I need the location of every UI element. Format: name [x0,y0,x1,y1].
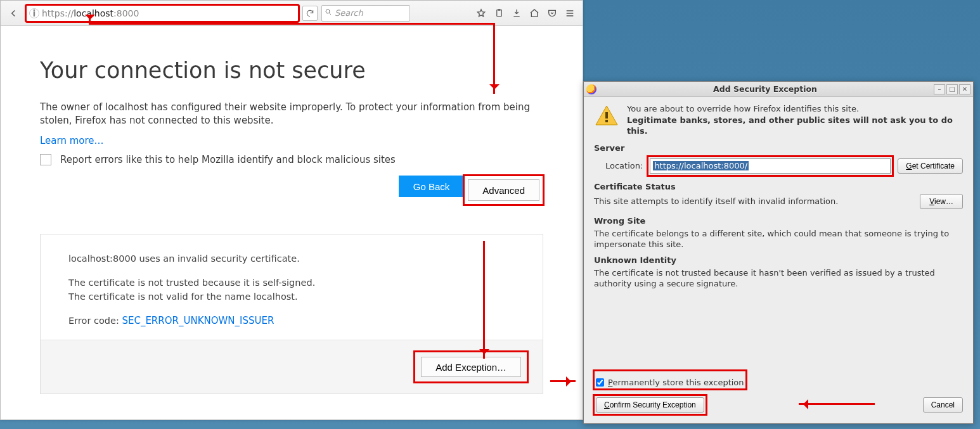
add-exception-button[interactable]: Add Exception… [421,357,521,377]
firefox-icon [586,84,596,94]
dialog-title: Add Security Exception [600,84,930,94]
go-back-button[interactable]: Go Back [399,176,465,197]
location-label: Location: [605,161,643,170]
server-heading: Server [594,143,963,153]
error-code-line: Error code: SEC_ERROR_UNKNOWN_ISSUER [68,314,515,328]
unknown-identity-text: The certificate is not trusted because i… [594,267,963,290]
details-line: The certificate is not trusted because i… [68,276,515,290]
learn-more-link[interactable]: Learn more… [40,135,104,146]
location-value: https://localhost:8000/ [653,161,749,170]
home-icon[interactable] [525,4,543,22]
confirm-exception-button[interactable]: Confirm Security Exception [596,397,704,413]
url-text: https://localhost:8000 [42,8,295,18]
minimize-icon[interactable]: – [934,84,945,94]
reload-button[interactable] [302,6,318,21]
error-code-link[interactable]: SEC_ERROR_UNKNOWN_ISSUER [122,315,274,326]
back-button[interactable] [4,4,22,22]
cert-status-heading: Certificate Status [594,182,963,191]
annotation-line [89,18,91,24]
security-exception-dialog: Add Security Exception – □ ✕ You are abo… [583,81,974,424]
error-description: The owner of localhost has configured th… [40,101,543,127]
location-input[interactable]: https://localhost:8000/ [650,158,891,174]
search-placeholder: Search [335,8,363,18]
svg-rect-4 [605,120,608,122]
close-icon[interactable]: ✕ [959,84,970,94]
cert-status-line: This site attempts to identify itself wi… [594,196,838,206]
svg-point-0 [326,10,330,13]
unknown-identity-heading: Unknown Identity [594,255,963,265]
location-row: Location: https://localhost:8000/ Get Ce… [605,157,963,176]
report-checkbox[interactable] [40,154,51,165]
page-title: Your connection is not secure [40,58,543,83]
button-row: Go Back Advanced [40,176,543,205]
annotation-arrow [483,241,485,359]
view-button[interactable]: View… [920,194,963,209]
annotation-arrow [550,380,576,382]
firefox-window: i https://localhost:8000 Search [0,0,583,420]
advanced-details-panel: localhost:8000 uses an invalid security … [40,234,543,394]
permanent-store-checkbox[interactable] [596,378,604,387]
warning-text: You are about to override how Firefox id… [627,103,963,137]
menu-icon[interactable] [561,4,579,22]
svg-rect-3 [605,112,608,118]
svg-rect-2 [498,9,500,11]
annotation-arrow [493,23,495,94]
advanced-button[interactable]: Advanced [468,179,539,201]
annotation-line [89,23,494,25]
search-bar[interactable]: Search [321,5,410,22]
identity-icon[interactable]: i [29,8,39,18]
details-line: localhost:8000 uses an invalid security … [68,252,515,266]
warning-icon [594,103,619,131]
report-label: Report errors like this to help Mozilla … [60,154,396,165]
maximize-icon[interactable]: □ [946,84,958,94]
url-bar[interactable]: i https://localhost:8000 [26,5,299,22]
permanent-store-row[interactable]: Permanently store this exception [596,378,744,387]
wrong-site-heading: Wrong Site [594,216,963,226]
downloads-icon[interactable] [508,4,525,22]
search-icon [325,8,332,18]
cancel-button[interactable]: Cancel [923,397,963,413]
report-row: Report errors like this to help Mozilla … [40,154,543,165]
pocket-icon[interactable] [543,4,561,22]
dialog-titlebar[interactable]: Add Security Exception – □ ✕ [584,82,973,97]
wrong-site-text: The certificate belongs to a different s… [594,228,963,250]
bookmark-star-icon[interactable] [472,4,490,22]
details-line: The certificate is not valid for the nam… [68,290,515,304]
toolbar-right-icons [472,4,579,22]
svg-rect-1 [496,10,501,16]
annotation-arrow [799,403,875,405]
get-certificate-button[interactable]: Get Certificate [898,158,963,174]
clipboard-icon[interactable] [490,4,508,22]
